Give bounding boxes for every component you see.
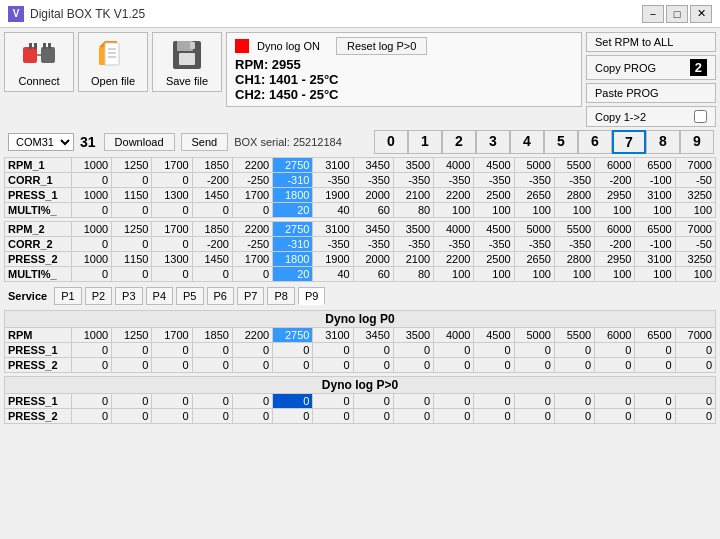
table-cell[interactable]: -350 [474, 173, 514, 188]
table-cell[interactable]: -250 [232, 237, 272, 252]
table-cell[interactable]: 0 [273, 343, 313, 358]
table-cell[interactable]: 0 [514, 409, 554, 424]
table-cell[interactable]: 2950 [595, 252, 635, 267]
com-port-select[interactable]: COM31 [8, 133, 74, 151]
table-cell[interactable]: 100 [434, 203, 474, 218]
table-cell[interactable]: 3450 [353, 328, 393, 343]
table-cell[interactable]: 0 [232, 267, 272, 282]
table-cell[interactable]: 0 [112, 203, 152, 218]
table-cell[interactable]: 100 [514, 203, 554, 218]
download-button[interactable]: Download [104, 133, 175, 151]
table-cell[interactable]: 2200 [232, 222, 272, 237]
table-cell[interactable]: 4000 [434, 158, 474, 173]
table-cell[interactable]: -200 [595, 237, 635, 252]
table-cell[interactable]: 5000 [514, 222, 554, 237]
table-cell[interactable]: 3250 [675, 188, 715, 203]
table-cell[interactable]: 0 [313, 358, 353, 373]
table-cell[interactable]: -200 [192, 173, 232, 188]
table-cell[interactable]: 0 [313, 343, 353, 358]
table-cell[interactable]: 2200 [434, 252, 474, 267]
table-cell[interactable]: -350 [554, 237, 594, 252]
tab-p2[interactable]: P2 [85, 287, 112, 305]
tab-p8[interactable]: P8 [267, 287, 294, 305]
table-cell[interactable]: 5000 [514, 158, 554, 173]
table-cell[interactable]: 100 [514, 267, 554, 282]
table-cell[interactable]: 0 [313, 409, 353, 424]
table-cell[interactable]: 0 [152, 409, 192, 424]
table-cell[interactable]: 0 [192, 203, 232, 218]
table-cell[interactable]: 2800 [554, 188, 594, 203]
table-cell[interactable]: 0 [71, 343, 111, 358]
table-cell[interactable]: -250 [232, 173, 272, 188]
table-cell[interactable]: 60 [353, 267, 393, 282]
table-cell[interactable]: 0 [675, 343, 715, 358]
table-cell[interactable]: -200 [595, 173, 635, 188]
table-cell[interactable]: 1300 [152, 188, 192, 203]
table-cell[interactable]: 60 [353, 203, 393, 218]
table-cell[interactable]: -350 [313, 173, 353, 188]
table-cell[interactable]: 100 [675, 267, 715, 282]
table-cell[interactable]: 1850 [192, 158, 232, 173]
maximize-button[interactable]: □ [666, 5, 688, 23]
table-cell[interactable]: 20 [273, 203, 313, 218]
table-cell[interactable]: 2500 [474, 188, 514, 203]
table-cell[interactable]: -310 [273, 173, 313, 188]
table-cell[interactable]: 100 [675, 203, 715, 218]
table-cell[interactable]: 0 [112, 267, 152, 282]
table-cell[interactable]: 0 [192, 358, 232, 373]
copy-1-2-checkbox[interactable] [694, 110, 707, 123]
table-cell[interactable]: 1000 [71, 328, 111, 343]
table-cell[interactable]: 0 [192, 394, 232, 409]
table-cell[interactable]: 3100 [635, 252, 675, 267]
table-cell[interactable]: -350 [393, 173, 433, 188]
send-button[interactable]: Send [181, 133, 229, 151]
connect-button[interactable]: Connect [4, 32, 74, 92]
table-cell[interactable]: 1700 [152, 328, 192, 343]
open-file-button[interactable]: Open file [78, 32, 148, 92]
table-cell[interactable]: 2950 [595, 188, 635, 203]
table-cell[interactable]: 0 [152, 203, 192, 218]
table-cell[interactable]: -100 [635, 237, 675, 252]
table-cell[interactable]: 1000 [71, 252, 111, 267]
table-cell[interactable]: 0 [635, 409, 675, 424]
table-cell[interactable]: 2000 [353, 188, 393, 203]
table-cell[interactable]: 0 [273, 394, 313, 409]
index-cell-7[interactable]: 7 [612, 130, 646, 154]
table-cell[interactable]: 3250 [675, 252, 715, 267]
table-cell[interactable]: 2200 [232, 328, 272, 343]
table-cell[interactable]: 0 [232, 358, 272, 373]
table-cell[interactable]: 6000 [595, 158, 635, 173]
table-cell[interactable]: 7000 [675, 158, 715, 173]
tab-p4[interactable]: P4 [146, 287, 173, 305]
table-cell[interactable]: 0 [71, 203, 111, 218]
table-cell[interactable]: 0 [434, 343, 474, 358]
table-cell[interactable]: 0 [595, 394, 635, 409]
table-cell[interactable]: 5500 [554, 158, 594, 173]
table-cell[interactable]: 100 [635, 203, 675, 218]
table-cell[interactable]: 1700 [232, 188, 272, 203]
table-cell[interactable]: 0 [393, 343, 433, 358]
table-cell[interactable]: 1700 [152, 158, 192, 173]
table-cell[interactable]: 0 [273, 409, 313, 424]
table-cell[interactable]: 0 [514, 343, 554, 358]
table-cell[interactable]: 1150 [112, 188, 152, 203]
tab-p5[interactable]: P5 [176, 287, 203, 305]
table-cell[interactable]: 1850 [192, 328, 232, 343]
tab-p1[interactable]: P1 [54, 287, 81, 305]
table-cell[interactable]: 0 [393, 409, 433, 424]
table-cell[interactable]: -100 [635, 173, 675, 188]
table-cell[interactable]: 80 [393, 203, 433, 218]
table-cell[interactable]: 0 [434, 358, 474, 373]
table-cell[interactable]: 0 [152, 394, 192, 409]
table-cell[interactable]: 0 [434, 394, 474, 409]
tab-p6[interactable]: P6 [207, 287, 234, 305]
table-cell[interactable]: 1700 [152, 222, 192, 237]
table-cell[interactable]: -310 [273, 237, 313, 252]
table-cell[interactable]: 3500 [393, 328, 433, 343]
table-cell[interactable]: 3450 [353, 158, 393, 173]
table-cell[interactable]: 1800 [273, 188, 313, 203]
table-cell[interactable]: 0 [112, 173, 152, 188]
table-cell[interactable]: 2100 [393, 252, 433, 267]
table-cell[interactable]: 0 [353, 343, 393, 358]
table-cell[interactable]: 0 [232, 203, 272, 218]
